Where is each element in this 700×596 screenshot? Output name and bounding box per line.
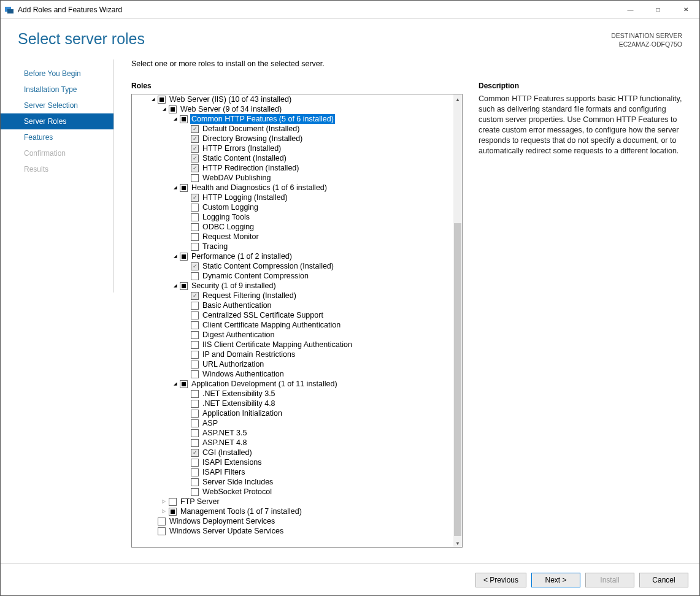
tree-checkbox[interactable] [191, 174, 199, 182]
tree-checkbox[interactable] [191, 125, 199, 133]
nav-step-4[interactable]: Features [1, 129, 114, 145]
tree-checkbox[interactable] [191, 164, 199, 172]
tree-item-label[interactable]: Application Initialization [201, 408, 283, 418]
tree-checkbox[interactable] [191, 194, 199, 202]
tree-row[interactable]: Default Document (Installed) [133, 124, 453, 134]
tree-item-label[interactable]: Dynamic Content Compression [201, 271, 310, 281]
tree-item-label[interactable]: WebDAV Publishing [201, 173, 272, 183]
tree-checkbox[interactable] [191, 459, 199, 467]
minimize-button[interactable]: — [617, 1, 644, 19]
roles-tree[interactable]: Volume Activation Services◢Web Server (I… [132, 94, 453, 537]
tree-checkbox[interactable] [180, 184, 188, 192]
collapse-icon[interactable]: ◢ [149, 94, 156, 104]
tree-row[interactable]: WebSocket Protocol [133, 487, 453, 497]
tree-checkbox[interactable] [191, 370, 199, 378]
tree-item-label[interactable]: ASP.NET 4.8 [201, 438, 248, 448]
tree-checkbox[interactable] [191, 302, 199, 310]
tree-row[interactable]: Static Content (Installed) [133, 153, 453, 163]
tree-checkbox[interactable] [180, 380, 188, 388]
tree-row[interactable]: ASP [133, 418, 453, 428]
tree-item-label[interactable]: .NET Extensibility 4.8 [201, 399, 277, 408]
tree-checkbox[interactable] [191, 272, 199, 280]
tree-row[interactable]: ◢Application Development (1 of 11 instal… [133, 379, 453, 389]
tree-item-label[interactable]: Digest Authentication [201, 330, 275, 340]
tree-row[interactable]: ◢Web Server (9 of 34 installed) [133, 104, 453, 114]
tree-checkbox[interactable] [191, 351, 199, 359]
tree-row[interactable]: ISAPI Extensions [133, 457, 453, 467]
tree-item-label[interactable]: URL Authorization [201, 359, 265, 369]
tree-row[interactable]: Windows Deployment Services [133, 516, 453, 526]
nav-step-0[interactable]: Before You Begin [1, 66, 114, 82]
tree-checkbox[interactable] [191, 400, 199, 408]
tree-item-label[interactable]: HTTP Redirection (Installed) [201, 163, 300, 173]
tree-item-label[interactable]: ISAPI Filters [201, 467, 246, 477]
expand-icon[interactable]: ▷ [160, 497, 167, 506]
tree-item-label[interactable]: Custom Logging [201, 202, 260, 212]
tree-item-label[interactable]: Application Development (1 of 11 install… [190, 379, 339, 389]
tree-checkbox[interactable] [191, 155, 199, 162]
tree-item-label[interactable]: Default Document (Installed) [201, 124, 301, 134]
tree-item-label[interactable]: Web Server (IIS) (10 of 43 installed) [168, 94, 293, 104]
tree-item-label[interactable]: Windows Server Update Services [168, 526, 285, 536]
scroll-down-icon[interactable]: ▼ [455, 539, 461, 546]
maximize-button[interactable]: □ [644, 1, 672, 19]
tree-checkbox[interactable] [158, 96, 166, 104]
tree-checkbox[interactable] [191, 223, 199, 231]
tree-checkbox[interactable] [180, 253, 188, 261]
tree-checkbox[interactable] [191, 419, 199, 427]
tree-row[interactable]: HTTP Logging (Installed) [133, 193, 453, 202]
tree-item-label[interactable]: IIS Client Certificate Mapping Authentic… [201, 340, 353, 350]
tree-checkbox[interactable] [191, 321, 199, 329]
tree-row[interactable]: ◢Web Server (IIS) (10 of 43 installed) [133, 94, 453, 104]
expand-icon[interactable]: ▷ [160, 506, 167, 516]
tree-row[interactable]: Windows Server Update Services [133, 526, 453, 536]
tree-item-label[interactable]: Health and Diagnostics (1 of 6 installed… [190, 183, 328, 193]
tree-item-label[interactable]: Directory Browsing (Installed) [201, 134, 304, 143]
tree-checkbox[interactable] [169, 498, 177, 506]
tree-row[interactable]: ◢Security (1 of 9 installed) [133, 281, 453, 291]
tree-item-label[interactable]: Centralized SSL Certificate Support [201, 310, 325, 320]
close-button[interactable]: ✕ [672, 1, 699, 19]
tree-checkbox[interactable] [158, 518, 166, 525]
tree-checkbox[interactable] [191, 341, 199, 349]
tree-row[interactable]: Centralized SSL Certificate Support [133, 310, 453, 320]
tree-row[interactable]: Client Certificate Mapping Authenticatio… [133, 320, 453, 330]
tree-row[interactable]: ◢Health and Diagnostics (1 of 6 installe… [133, 183, 453, 193]
tree-item-label[interactable]: Static Content Compression (Installed) [201, 261, 335, 271]
tree-row[interactable]: Server Side Includes [133, 477, 453, 487]
tree-row[interactable]: WebDAV Publishing [133, 173, 453, 183]
tree-checkbox[interactable] [191, 488, 199, 496]
tree-row[interactable]: Static Content Compression (Installed) [133, 261, 453, 271]
tree-row[interactable]: HTTP Redirection (Installed) [133, 163, 453, 173]
tree-item-label[interactable]: Tracing [201, 242, 229, 251]
tree-checkbox[interactable] [191, 262, 199, 270]
tree-checkbox[interactable] [191, 449, 199, 457]
tree-checkbox[interactable] [180, 282, 188, 290]
tree-row[interactable]: IP and Domain Restrictions [133, 350, 453, 359]
tree-scrollbar[interactable]: ▲ ▼ [453, 94, 462, 547]
tree-item-label[interactable]: Client Certificate Mapping Authenticatio… [201, 320, 342, 330]
tree-checkbox[interactable] [191, 361, 199, 369]
tree-item-label[interactable]: CGI (Installed) [201, 448, 253, 457]
tree-checkbox[interactable] [191, 429, 199, 437]
tree-item-label[interactable]: FTP Server [179, 497, 221, 506]
tree-checkbox[interactable] [191, 468, 199, 476]
tree-row[interactable]: URL Authorization [133, 359, 453, 369]
collapse-icon[interactable]: ◢ [171, 281, 179, 291]
tree-row[interactable]: Custom Logging [133, 202, 453, 212]
tree-row[interactable]: IIS Client Certificate Mapping Authentic… [133, 340, 453, 350]
tree-item-label[interactable]: Windows Authentication [201, 369, 285, 379]
tree-checkbox[interactable] [191, 311, 199, 319]
tree-checkbox[interactable] [191, 439, 199, 447]
tree-row[interactable]: ◢Common HTTP Features (5 of 6 installed) [133, 114, 453, 124]
tree-row[interactable]: ISAPI Filters [133, 467, 453, 477]
collapse-icon[interactable]: ◢ [171, 379, 179, 389]
tree-row[interactable]: Basic Authentication [133, 300, 453, 310]
tree-row[interactable]: Logging Tools [133, 212, 453, 222]
tree-row[interactable]: Application Initialization [133, 408, 453, 418]
tree-checkbox[interactable] [191, 243, 199, 251]
tree-checkbox[interactable] [191, 135, 199, 143]
tree-checkbox[interactable] [191, 478, 199, 486]
tree-checkbox[interactable] [191, 213, 199, 221]
tree-row[interactable]: ASP.NET 3.5 [133, 428, 453, 438]
